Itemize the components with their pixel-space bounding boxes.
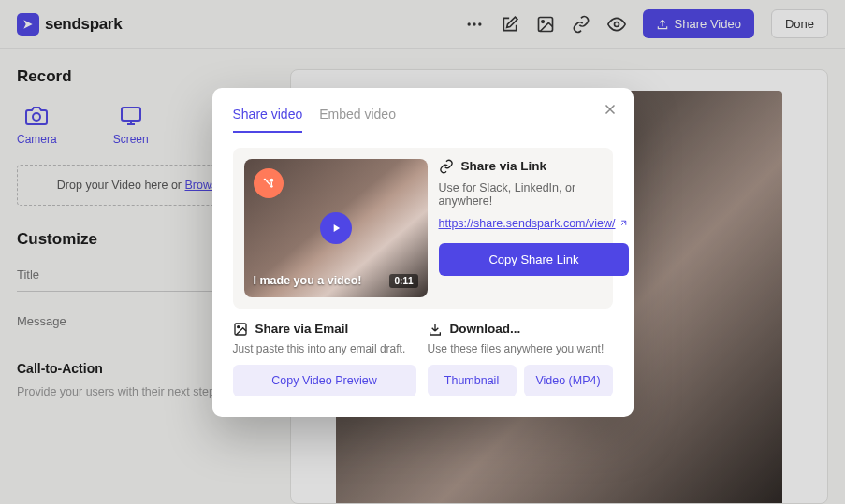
share-link-heading: Share via Link	[439, 159, 630, 174]
external-link-icon	[619, 218, 629, 228]
image-icon	[233, 322, 248, 337]
video-thumbnail[interactable]: I made you a video! 0:11	[244, 159, 428, 297]
download-heading: Download...	[428, 322, 613, 337]
copy-share-link-button[interactable]: Copy Share Link	[439, 243, 630, 276]
download-buttons: Thumbnail Video (MP4)	[428, 365, 613, 396]
modal-overlay[interactable]: Share video Embed video I made you a vid…	[0, 0, 845, 504]
thumbnail-download-button[interactable]: Thumbnail	[428, 365, 517, 396]
close-icon[interactable]	[602, 101, 619, 118]
link-icon	[439, 159, 454, 174]
play-icon[interactable]	[320, 212, 352, 244]
modal-main: I made you a video! 0:11 Share via Link …	[233, 148, 613, 309]
caption-text: I made you a video!	[254, 274, 362, 287]
download-icon	[428, 322, 443, 337]
tab-embed-video[interactable]: Embed video	[319, 101, 396, 133]
email-desc: Just paste this into any email draft.	[233, 342, 416, 355]
email-heading: Share via Email	[233, 322, 416, 337]
svg-point-12	[237, 325, 239, 327]
svg-point-10	[263, 178, 266, 180]
mp4-download-button[interactable]: Video (MP4)	[524, 365, 613, 396]
share-link-url[interactable]: https://share.sendspark.com/view/	[439, 217, 630, 230]
modal-bottom: Share via Email Just paste this into any…	[233, 309, 613, 396]
share-modal: Share video Embed video I made you a vid…	[212, 88, 634, 417]
download-desc: Use these files anywhere you want!	[428, 342, 613, 355]
thumbnail-caption: I made you a video! 0:11	[244, 274, 428, 288]
share-via-email: Share via Email Just paste this into any…	[233, 322, 416, 396]
svg-point-9	[270, 185, 273, 188]
modal-tabs: Share video Embed video	[233, 101, 613, 133]
download-section: Download... Use these files anywhere you…	[428, 322, 613, 396]
tab-share-video[interactable]: Share video	[233, 101, 303, 133]
copy-video-preview-button[interactable]: Copy Video Preview	[233, 365, 416, 396]
share-via-link: Share via Link Use for Slack, LinkedIn, …	[439, 159, 630, 297]
hubspot-badge-icon	[254, 168, 284, 198]
duration-badge: 0:11	[389, 274, 417, 288]
share-link-desc: Use for Slack, LinkedIn, or anywhere!	[439, 181, 630, 208]
